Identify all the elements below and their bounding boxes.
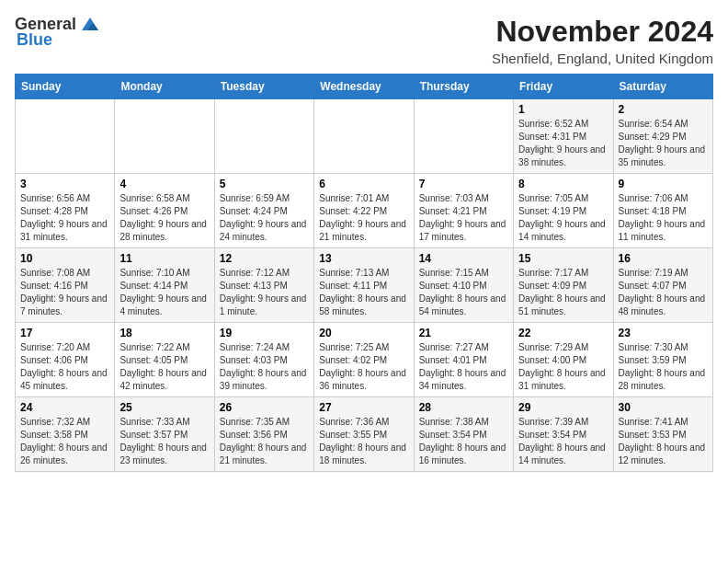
calendar-cell: 17Sunrise: 7:20 AM Sunset: 4:06 PM Dayli… [16, 323, 115, 397]
day-info: Sunrise: 7:25 AM Sunset: 4:02 PM Dayligh… [319, 341, 408, 393]
calendar-cell: 16Sunrise: 7:19 AM Sunset: 4:07 PM Dayli… [613, 248, 712, 323]
day-number: 28 [419, 401, 508, 414]
day-info: Sunrise: 7:29 AM Sunset: 4:00 PM Dayligh… [518, 341, 608, 393]
day-info: Sunrise: 7:32 AM Sunset: 3:58 PM Dayligh… [20, 416, 109, 467]
weekday-header-thursday: Thursday [414, 75, 513, 99]
day-info: Sunrise: 7:08 AM Sunset: 4:16 PM Dayligh… [20, 267, 109, 318]
day-info: Sunrise: 7:41 AM Sunset: 3:53 PM Dayligh… [619, 416, 708, 467]
day-info: Sunrise: 7:13 AM Sunset: 4:11 PM Dayligh… [319, 267, 408, 318]
location-subtitle: Shenfield, England, United Kingdom [492, 51, 713, 66]
day-info: Sunrise: 7:24 AM Sunset: 4:03 PM Dayligh… [220, 341, 309, 393]
day-number: 15 [518, 252, 608, 265]
day-info: Sunrise: 7:15 AM Sunset: 4:10 PM Dayligh… [419, 267, 508, 318]
day-info: Sunrise: 7:01 AM Sunset: 4:22 PM Dayligh… [319, 192, 408, 244]
day-info: Sunrise: 7:27 AM Sunset: 4:01 PM Dayligh… [419, 341, 508, 393]
calendar-cell: 18Sunrise: 7:22 AM Sunset: 4:05 PM Dayli… [115, 323, 214, 397]
day-info: Sunrise: 7:39 AM Sunset: 3:54 PM Dayligh… [518, 416, 608, 467]
calendar-cell: 15Sunrise: 7:17 AM Sunset: 4:09 PM Dayli… [514, 248, 613, 323]
day-number: 20 [319, 327, 408, 339]
calendar-table: SundayMondayTuesdayWednesdayThursdayFrid… [15, 74, 713, 472]
day-info: Sunrise: 6:56 AM Sunset: 4:28 PM Dayligh… [20, 192, 109, 244]
day-info: Sunrise: 6:58 AM Sunset: 4:26 PM Dayligh… [119, 192, 209, 244]
weekday-header-monday: Monday [115, 75, 214, 99]
day-info: Sunrise: 7:22 AM Sunset: 4:05 PM Dayligh… [119, 341, 209, 393]
day-number: 23 [619, 327, 708, 339]
calendar-cell: 6Sunrise: 7:01 AM Sunset: 4:22 PM Daylig… [314, 174, 414, 248]
weekday-header-tuesday: Tuesday [214, 75, 313, 99]
day-number: 24 [20, 401, 109, 414]
calendar-cell: 11Sunrise: 7:10 AM Sunset: 4:14 PM Dayli… [115, 248, 214, 323]
weekday-header-row: SundayMondayTuesdayWednesdayThursdayFrid… [16, 75, 713, 99]
day-info: Sunrise: 7:35 AM Sunset: 3:56 PM Dayligh… [220, 416, 309, 467]
day-info: Sunrise: 7:33 AM Sunset: 3:57 PM Dayligh… [119, 416, 209, 467]
day-info: Sunrise: 7:36 AM Sunset: 3:55 PM Dayligh… [319, 416, 408, 467]
day-number: 11 [119, 252, 209, 265]
day-number: 22 [518, 327, 608, 339]
calendar-cell: 3Sunrise: 6:56 AM Sunset: 4:28 PM Daylig… [16, 174, 115, 248]
logo-icon [80, 16, 100, 34]
calendar-cell: 24Sunrise: 7:32 AM Sunset: 3:58 PM Dayli… [16, 397, 115, 472]
title-area: November 2024 Shenfield, England, United… [492, 15, 713, 66]
calendar-cell [115, 99, 214, 174]
calendar-cell: 13Sunrise: 7:13 AM Sunset: 4:11 PM Dayli… [314, 248, 414, 323]
day-info: Sunrise: 7:38 AM Sunset: 3:54 PM Dayligh… [419, 416, 508, 467]
calendar-cell [16, 99, 115, 174]
calendar-week-3: 10Sunrise: 7:08 AM Sunset: 4:16 PM Dayli… [16, 248, 713, 323]
calendar-cell: 23Sunrise: 7:30 AM Sunset: 3:59 PM Dayli… [613, 323, 712, 397]
day-number: 27 [319, 401, 408, 414]
month-title: November 2024 [492, 15, 713, 49]
day-number: 26 [220, 401, 309, 414]
weekday-header-wednesday: Wednesday [314, 75, 414, 99]
day-info: Sunrise: 6:54 AM Sunset: 4:29 PM Dayligh… [619, 118, 708, 169]
calendar-cell: 4Sunrise: 6:58 AM Sunset: 4:26 PM Daylig… [115, 174, 214, 248]
day-number: 8 [518, 178, 608, 190]
day-number: 18 [119, 327, 209, 339]
calendar-cell: 12Sunrise: 7:12 AM Sunset: 4:13 PM Dayli… [214, 248, 313, 323]
day-number: 1 [518, 103, 608, 116]
day-number: 6 [319, 178, 408, 190]
calendar-cell: 30Sunrise: 7:41 AM Sunset: 3:53 PM Dayli… [613, 397, 712, 472]
day-info: Sunrise: 7:19 AM Sunset: 4:07 PM Dayligh… [619, 267, 708, 318]
weekday-header-saturday: Saturday [613, 75, 712, 99]
day-info: Sunrise: 7:17 AM Sunset: 4:09 PM Dayligh… [518, 267, 608, 318]
header: General Blue November 2024 Shenfield, En… [15, 15, 713, 66]
calendar-cell: 29Sunrise: 7:39 AM Sunset: 3:54 PM Dayli… [514, 397, 613, 472]
weekday-header-sunday: Sunday [16, 75, 115, 99]
day-number: 5 [220, 178, 309, 190]
day-number: 12 [220, 252, 309, 265]
day-number: 21 [419, 327, 508, 339]
calendar-cell: 1Sunrise: 6:52 AM Sunset: 4:31 PM Daylig… [514, 99, 613, 174]
day-info: Sunrise: 7:03 AM Sunset: 4:21 PM Dayligh… [419, 192, 508, 244]
calendar-week-2: 3Sunrise: 6:56 AM Sunset: 4:28 PM Daylig… [16, 174, 713, 248]
day-number: 17 [20, 327, 109, 339]
calendar-cell: 10Sunrise: 7:08 AM Sunset: 4:16 PM Dayli… [16, 248, 115, 323]
day-number: 19 [220, 327, 309, 339]
calendar-cell: 28Sunrise: 7:38 AM Sunset: 3:54 PM Dayli… [414, 397, 513, 472]
calendar-cell: 22Sunrise: 7:29 AM Sunset: 4:00 PM Dayli… [514, 323, 613, 397]
day-number: 3 [20, 178, 109, 190]
day-number: 25 [119, 401, 209, 414]
calendar-cell: 14Sunrise: 7:15 AM Sunset: 4:10 PM Dayli… [414, 248, 513, 323]
calendar-cell: 21Sunrise: 7:27 AM Sunset: 4:01 PM Dayli… [414, 323, 513, 397]
day-number: 4 [119, 178, 209, 190]
calendar-cell: 25Sunrise: 7:33 AM Sunset: 3:57 PM Dayli… [115, 397, 214, 472]
calendar-cell: 20Sunrise: 7:25 AM Sunset: 4:02 PM Dayli… [314, 323, 414, 397]
day-info: Sunrise: 7:06 AM Sunset: 4:18 PM Dayligh… [619, 192, 708, 244]
calendar-week-4: 17Sunrise: 7:20 AM Sunset: 4:06 PM Dayli… [16, 323, 713, 397]
calendar-cell: 9Sunrise: 7:06 AM Sunset: 4:18 PM Daylig… [613, 174, 712, 248]
day-number: 7 [419, 178, 508, 190]
day-number: 14 [419, 252, 508, 265]
calendar-week-5: 24Sunrise: 7:32 AM Sunset: 3:58 PM Dayli… [16, 397, 713, 472]
calendar-week-1: 1Sunrise: 6:52 AM Sunset: 4:31 PM Daylig… [16, 99, 713, 174]
day-info: Sunrise: 7:10 AM Sunset: 4:14 PM Dayligh… [119, 267, 209, 318]
calendar-cell: 19Sunrise: 7:24 AM Sunset: 4:03 PM Dayli… [214, 323, 313, 397]
weekday-header-friday: Friday [514, 75, 613, 99]
logo-blue: Blue [17, 30, 52, 50]
day-number: 10 [20, 252, 109, 265]
calendar-cell: 26Sunrise: 7:35 AM Sunset: 3:56 PM Dayli… [214, 397, 313, 472]
day-info: Sunrise: 6:52 AM Sunset: 4:31 PM Dayligh… [518, 118, 608, 169]
day-number: 13 [319, 252, 408, 265]
calendar-cell: 2Sunrise: 6:54 AM Sunset: 4:29 PM Daylig… [613, 99, 712, 174]
calendar-cell [414, 99, 513, 174]
day-info: Sunrise: 7:05 AM Sunset: 4:19 PM Dayligh… [518, 192, 608, 244]
